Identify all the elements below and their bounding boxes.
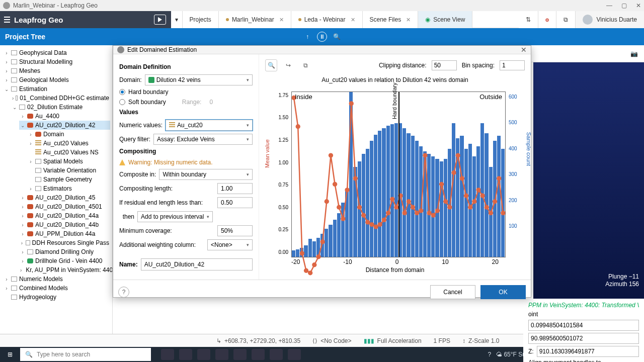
- menu-icon[interactable]: [0, 17, 14, 23]
- name-input[interactable]: [141, 258, 253, 270]
- zoom-icon[interactable]: 🔍: [265, 59, 277, 71]
- help-button[interactable]: ?: [118, 287, 129, 298]
- tab-scene-files[interactable]: Scene Files✕: [363, 11, 419, 28]
- soft-boundary-radio[interactable]: [119, 99, 125, 105]
- then-action-dropdown[interactable]: Add to previous interval: [137, 211, 213, 222]
- tree-item[interactable]: ›01_Combined DDH+GC estimate: [11, 94, 110, 103]
- weighting-column-dropdown[interactable]: <None>: [207, 239, 253, 250]
- taskbar-app-icon[interactable]: [161, 349, 174, 360]
- z-input[interactable]: [537, 346, 639, 357]
- taskbar-app-icon[interactable]: [252, 349, 265, 360]
- svg-point-22: [382, 218, 386, 222]
- tab-scene-view[interactable]: ◉Scene View: [418, 11, 472, 28]
- window-min-button[interactable]: —: [606, 2, 612, 9]
- tree-item[interactable]: ›AU_cut20_Dilution_4501: [19, 202, 110, 211]
- tab-marlin-webinar[interactable]: Marlin_Webinar✕: [219, 11, 291, 28]
- numeric-values-dropdown[interactable]: Au_cut20: [166, 120, 253, 131]
- tree-item[interactable]: ›AU_cut20_Dilution_45: [19, 193, 110, 202]
- toolbar-icon-1[interactable]: ⇅: [519, 11, 538, 28]
- tree-item[interactable]: Sample Geometry: [27, 175, 110, 184]
- composite-in-dropdown[interactable]: Within boundary: [159, 169, 253, 180]
- tab-projects[interactable]: Projects: [183, 11, 219, 28]
- tree-item[interactable]: ⌄02_Dilution Estimate: [11, 103, 110, 112]
- tree-item[interactable]: ›Estimators: [27, 184, 110, 193]
- tree-item[interactable]: ›AU_PPM_Dilution 44a: [19, 229, 110, 238]
- tree-item[interactable]: ›Spatial Models: [27, 157, 110, 166]
- boundary-label: Hard boundary: [391, 82, 397, 119]
- close-icon[interactable]: ✕: [279, 17, 284, 23]
- tree-item[interactable]: ›Au_cut20 Values: [27, 139, 110, 148]
- copy-icon[interactable]: ⧉: [299, 59, 311, 71]
- tree-item[interactable]: ›Combined Models: [3, 284, 110, 293]
- taskbar-app-icon[interactable]: [233, 349, 247, 360]
- tree-item[interactable]: ⌄Estimation: [3, 84, 110, 94]
- tree-item[interactable]: ›Numeric Models: [3, 275, 110, 284]
- domain-dropdown[interactable]: Dilution 42 veins: [145, 74, 253, 85]
- close-icon[interactable]: ✕: [351, 17, 355, 23]
- tree-item[interactable]: ›Geological Models: [3, 75, 110, 84]
- hard-boundary-radio[interactable]: [119, 89, 125, 95]
- x-input[interactable]: [528, 320, 639, 331]
- play-button[interactable]: [154, 15, 166, 25]
- dialog-icon: [117, 46, 124, 53]
- scene-3d-view[interactable]: Plunge −11 Azimuth 156: [533, 62, 644, 299]
- y-input[interactable]: [528, 333, 639, 344]
- clipping-distance-input[interactable]: [432, 60, 457, 70]
- window-max-button[interactable]: ▢: [621, 2, 627, 9]
- tree-item[interactable]: Hydrogeology: [3, 293, 110, 302]
- bin-spacing-input[interactable]: [500, 60, 525, 70]
- start-button[interactable]: ⊞: [0, 351, 20, 358]
- y-axis-right-label: Sample count: [526, 132, 532, 166]
- export-icon[interactable]: ↪: [282, 59, 294, 71]
- tab-leda-webinar[interactable]: Leda - Webinar✕: [291, 11, 363, 28]
- help-icon[interactable]: ?: [488, 351, 491, 358]
- taskbar-app-icon[interactable]: [288, 349, 301, 360]
- taskbar-app-icon[interactable]: [215, 349, 228, 360]
- svg-point-8: [325, 199, 329, 204]
- status-zscale[interactable]: Z-Scale 1.0: [468, 337, 499, 344]
- taskbar-app-icon[interactable]: [197, 349, 210, 360]
- tree-item[interactable]: ›Kr, AU_PPM in VeinSystem: 4400: [19, 265, 110, 275]
- section-domain-def: Domain Definition: [119, 63, 253, 70]
- tree-item[interactable]: ›Diamond Drilling Only: [19, 247, 110, 256]
- taskbar-search[interactable]: 🔍 Type here to search: [20, 348, 151, 361]
- window-close-button[interactable]: ✕: [636, 2, 641, 9]
- toolbar-icon-3[interactable]: ⧉: [556, 11, 576, 28]
- min-coverage-input[interactable]: [217, 225, 253, 236]
- close-icon[interactable]: ✕: [406, 17, 411, 23]
- taskbar-app-icon[interactable]: [270, 349, 283, 360]
- zscale-icon: ↕: [462, 337, 465, 344]
- tree-item[interactable]: ›DDH Resources Single Pass: [19, 238, 110, 247]
- tree-item[interactable]: Variable Orientation: [27, 166, 110, 175]
- search-icon[interactable]: 🔍: [332, 32, 341, 41]
- camera-icon[interactable]: 📷: [628, 48, 640, 60]
- tree-item[interactable]: ›Drillhole Grid - Vein 4400: [19, 256, 110, 265]
- up-arrow-icon[interactable]: ↑: [303, 32, 312, 41]
- pause-icon[interactable]: ⏸: [317, 32, 327, 42]
- dialog-close-button[interactable]: ✕: [521, 46, 527, 54]
- tree-item[interactable]: ›Meshes: [3, 66, 110, 75]
- compositing-length-input[interactable]: [217, 183, 253, 194]
- y-axis-left-ticks: 0.000.250.500.751.001.251.501.75: [276, 92, 290, 257]
- query-filter-dropdown[interactable]: Assay: Exclude Veins: [153, 134, 253, 145]
- tree-item[interactable]: Au_cut20 Values NS: [27, 148, 110, 157]
- dialog-titlebar[interactable]: Edit Domained Estimation ✕: [113, 46, 531, 54]
- taskbar-app-icon[interactable]: [179, 349, 192, 360]
- project-tree[interactable]: ›Geophysical Data ›Structural Modelling …: [0, 45, 113, 334]
- tree-item[interactable]: ›Structural Modelling: [3, 57, 110, 66]
- tree-item-selected[interactable]: ⌄AU_cut20_Dilution_42: [19, 121, 110, 130]
- app-header: Leapfrog Geo ▾ Projects Marlin_Webinar✕ …: [0, 11, 644, 28]
- tree-item[interactable]: ›AU_cut20_Dilution_44b: [19, 220, 110, 229]
- svg-point-31: [419, 208, 423, 213]
- tree-item[interactable]: ›Geophysical Data: [3, 48, 110, 57]
- user-cell[interactable]: Vinicius Duarte: [576, 11, 644, 28]
- svg-point-10: [333, 182, 337, 187]
- residual-length-input[interactable]: [217, 197, 253, 208]
- tree-item[interactable]: ›AU_cut20_Dilution_44a: [19, 211, 110, 220]
- chart-area[interactable]: Mean value Sample count 0.000.250.500.75…: [265, 85, 525, 275]
- toolbar-icon-2[interactable]: ⌾: [538, 11, 556, 28]
- chevron-down-icon[interactable]: ▾: [171, 11, 183, 28]
- svg-point-32: [423, 153, 427, 157]
- tree-item[interactable]: ›Domain: [27, 130, 110, 139]
- tree-item[interactable]: ›Au_4400: [19, 112, 110, 121]
